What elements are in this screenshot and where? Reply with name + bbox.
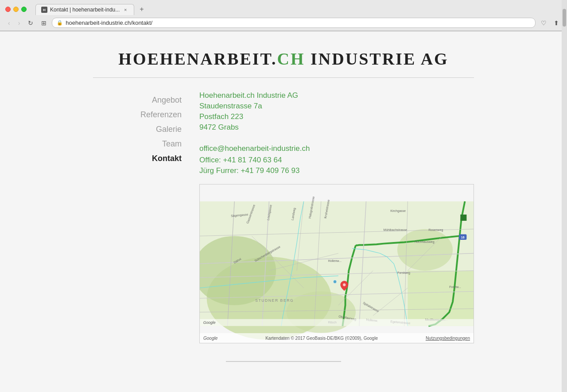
svg-text:Hochhausweg: Hochhausweg — [415, 240, 435, 244]
forward-button[interactable]: › — [16, 18, 23, 28]
address-postfach: Postfach 223 — [199, 112, 474, 121]
svg-rect-80 — [200, 319, 474, 326]
svg-rect-28 — [460, 215, 466, 221]
svg-rect-4 — [408, 271, 474, 326]
svg-text:Forstw...: Forstw... — [449, 285, 461, 288]
sidebar-nav: Angebot Referenzen Galerie Team Kontakt — [93, 91, 182, 343]
nav-right-buttons: ♡ ⬆ — [538, 18, 562, 28]
site-title: Hoehenarbeit.CH Industrie AG — [93, 49, 474, 69]
site-header: Hoehenarbeit.CH Industrie AG — [93, 49, 474, 78]
svg-point-5 — [397, 229, 453, 271]
new-tab-button[interactable]: + — [136, 4, 147, 15]
svg-point-68 — [343, 284, 346, 286]
address-street: Staudenstrasse 7a — [199, 102, 474, 111]
favorite-button[interactable]: ♡ — [538, 18, 549, 28]
phone-office: Office: +41 81 740 63 64 — [199, 156, 474, 165]
nav-referenzen[interactable]: Referenzen — [93, 108, 182, 122]
phone-jurg-number: +41 79 409 76 93 — [241, 166, 300, 175]
svg-point-66 — [333, 280, 337, 284]
nav-kontakt[interactable]: Kontakt — [93, 151, 182, 166]
page-content: Hoehenarbeit.CH Industrie AG Angebot Ref… — [0, 31, 567, 392]
tab-label: Kontakt | hoehenarbeit-indu... — [50, 7, 120, 13]
footer-line — [226, 361, 341, 362]
title-part1: Hoehenarbeit. — [118, 50, 277, 68]
svg-text:Hollenw...: Hollenw... — [328, 259, 342, 262]
map-terms-link[interactable]: Nutzungsbedingungen — [426, 336, 470, 341]
navigation-bar: ‹ › ↻ ⊞ 🔒 ♡ ⬆ — [0, 15, 567, 31]
svg-text:STUDNER BERG: STUDNER BERG — [255, 298, 294, 303]
tab-close-button[interactable]: × — [122, 7, 128, 13]
back-button[interactable]: ‹ — [5, 18, 13, 28]
map-google-label: Google — [203, 336, 217, 341]
scrollbar[interactable] — [562, 0, 567, 392]
content-area: Angebot Referenzen Galerie Team Kontakt … — [93, 91, 474, 343]
title-bar: H Kontakt | hoehenarbeit-indu... × + — [0, 0, 567, 15]
contact-section: Hoehenarbeit.ch Industrie AG Staudenstra… — [199, 91, 474, 343]
phone-jurg-label: Jürg Furrer: — [199, 166, 239, 175]
close-button[interactable] — [5, 7, 11, 12]
title-ch: CH — [277, 50, 305, 68]
share-button[interactable]: ⬆ — [551, 18, 562, 28]
address-city: 9472 Grabs — [199, 123, 474, 132]
tab-favicon: H — [41, 7, 47, 13]
nav-angebot[interactable]: Angebot — [93, 93, 182, 108]
svg-text:Google: Google — [203, 320, 216, 325]
svg-text:Mühlbachstrasse: Mühlbachstrasse — [384, 228, 407, 231]
phone-jurg: Jürg Furrer: +41 79 409 76 93 — [199, 166, 474, 175]
page-inner: Hoehenarbeit.CH Industrie AG Angebot Ref… — [84, 31, 483, 380]
map-attribution: Kartendaten © 2017 GeoBasis-DE/BKG (©200… — [265, 336, 378, 341]
svg-text:Rosenweg: Rosenweg — [428, 228, 443, 232]
maximize-button[interactable] — [21, 7, 27, 12]
nav-team[interactable]: Team — [93, 137, 182, 151]
tab-bar: H Kontakt | hoehenarbeit-indu... × + — [35, 4, 148, 15]
minimize-button[interactable] — [13, 7, 19, 12]
phone-office-number: +41 81 740 63 64 — [223, 156, 282, 164]
svg-text:Forstweg: Forstweg — [397, 271, 410, 275]
nav-galerie[interactable]: Galerie — [93, 122, 182, 137]
ssl-lock-icon: 🔒 — [57, 20, 63, 26]
refresh-button[interactable]: ↻ — [25, 18, 36, 28]
company-name: Hoehenarbeit.ch Industrie AG — [199, 91, 474, 100]
address-bar[interactable]: 🔒 — [52, 18, 536, 28]
svg-text:16: 16 — [461, 236, 465, 239]
address-input[interactable] — [66, 19, 531, 26]
title-part2: Industrie AG — [305, 50, 449, 68]
window-controls — [5, 7, 27, 12]
email-link[interactable]: office@hoehenarbeit-industrie.ch — [199, 144, 474, 153]
map-container[interactable]: 16 16 Sägengasse Gasserstrasse Louisgass… — [199, 184, 474, 343]
scrollbar-thumb[interactable] — [563, 9, 566, 27]
grid-view-button[interactable]: ⊞ — [39, 18, 49, 28]
phone-office-label: Office: — [199, 156, 221, 164]
active-tab[interactable]: H Kontakt | hoehenarbeit-indu... × — [35, 4, 134, 15]
map-svg: 16 16 Sägengasse Gasserstrasse Louisgass… — [200, 184, 474, 343]
browser-chrome: H Kontakt | hoehenarbeit-indu... × + ‹ ›… — [0, 0, 567, 31]
svg-text:Kirchgasse: Kirchgasse — [390, 209, 406, 213]
